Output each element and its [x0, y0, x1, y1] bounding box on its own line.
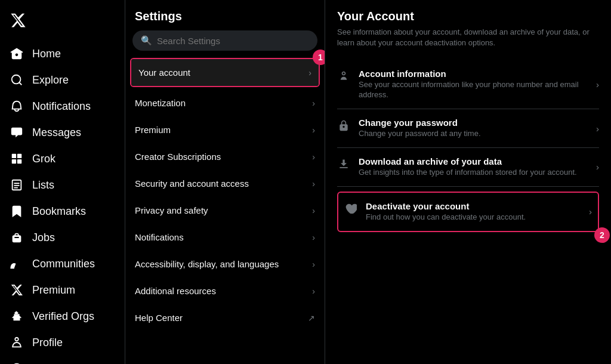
svg-rect-1 — [12, 154, 16, 158]
search-icon: 🔍 — [141, 35, 152, 46]
download-archive-chevron: › — [596, 162, 599, 172]
communities-icon — [10, 257, 24, 271]
download-archive-desc: Get insights into the type of informatio… — [359, 168, 577, 178]
premium-icon — [10, 283, 24, 297]
deactivate-border: Deactivate your account Find out how you… — [337, 192, 599, 232]
settings-item-your-account-label: Your account — [138, 67, 190, 78]
arrow-ext-icon-help: ↗ — [308, 313, 315, 323]
settings-item-monetization[interactable]: Monetization › — [125, 90, 325, 116]
sidebar-item-premium[interactable]: Premium — [0, 277, 125, 303]
content-panel: Your Account See information about your … — [325, 0, 611, 364]
sidebar-item-home[interactable]: Home — [0, 41, 125, 67]
sidebar-item-grok[interactable]: Grok — [0, 146, 125, 172]
chevron-icon-premium: › — [312, 125, 315, 135]
sidebar-item-more[interactable]: More — [0, 356, 125, 364]
deactivate-wrapper: Deactivate your account Find out how you… — [337, 187, 599, 232]
settings-item-help-label: Help Center — [135, 313, 183, 323]
sidebar-item-verified-orgs[interactable]: Verified Orgs — [0, 303, 125, 329]
download-archive-title: Download an archive of your data — [359, 156, 577, 166]
content-item-change-password[interactable]: Change your password Change your passwor… — [337, 109, 599, 148]
settings-item-notifications[interactable]: Notifications › — [125, 224, 325, 251]
content-item-deactivate[interactable]: Deactivate your account Find out how you… — [338, 193, 598, 231]
settings-item-help[interactable]: Help Center ↗ — [125, 304, 325, 331]
x-logo-icon — [10, 12, 26, 29]
profile-icon — [10, 335, 24, 350]
svg-rect-4 — [17, 159, 21, 164]
sidebar-label-explore: Explore — [32, 74, 69, 87]
account-info-desc: See your account information like your p… — [359, 80, 596, 100]
sidebar-item-explore[interactable]: Explore — [0, 67, 125, 93]
content-item-change-password-left: Change your password Change your passwor… — [337, 118, 596, 139]
settings-title: Settings — [125, 0, 325, 30]
search-box[interactable]: 🔍 — [132, 30, 317, 51]
svg-rect-3 — [12, 159, 16, 164]
settings-item-monetization-label: Monetization — [135, 98, 186, 108]
settings-item-accessibility[interactable]: Accessibility, display, and languages › — [125, 251, 325, 277]
sidebar-label-jobs: Jobs — [32, 232, 55, 244]
sidebar-item-notifications[interactable]: Notifications — [0, 93, 125, 119]
deactivate-chevron: › — [589, 206, 592, 217]
grok-icon — [10, 152, 24, 166]
sidebar-item-lists[interactable]: Lists — [0, 172, 125, 198]
settings-item-premium[interactable]: Premium › — [125, 116, 325, 143]
settings-item-additional[interactable]: Additional resources › — [125, 277, 325, 304]
change-password-icon — [337, 119, 350, 132]
sidebar-item-bookmarks[interactable]: Bookmarks — [0, 198, 125, 224]
settings-panel: Settings 🔍 Your account › 1 Monetization… — [125, 0, 325, 364]
annotation-badge-2: 2 — [594, 227, 610, 243]
settings-item-premium-label: Premium — [135, 125, 171, 135]
deactivate-text: Deactivate your account Find out how you… — [366, 201, 526, 223]
svg-rect-2 — [17, 154, 21, 158]
sidebar-label-verified-orgs: Verified Orgs — [32, 310, 94, 323]
change-password-title: Change your password — [359, 118, 481, 128]
chevron-icon-additional: › — [312, 286, 315, 296]
content-item-account-info[interactable]: Account information See your account inf… — [337, 60, 599, 109]
sidebar-label-home: Home — [32, 48, 61, 60]
sidebar-label-notifications: Notifications — [32, 100, 91, 113]
annotation-badge-1: 1 — [313, 50, 325, 65]
settings-item-privacy-label: Privacy and safety — [135, 205, 208, 215]
notifications-icon — [10, 99, 24, 113]
chevron-icon-notifications: › — [312, 233, 315, 242]
settings-item-security[interactable]: Security and account access › — [125, 170, 325, 197]
sidebar-item-jobs[interactable]: Jobs — [0, 224, 125, 251]
lists-icon — [10, 178, 24, 192]
sidebar-label-grok: Grok — [32, 153, 55, 165]
content-item-download-archive[interactable]: Download an archive of your data Get ins… — [337, 148, 599, 187]
download-archive-text: Download an archive of your data Get ins… — [359, 156, 577, 178]
account-info-chevron: › — [596, 79, 599, 90]
verified-orgs-icon — [10, 309, 24, 323]
content-subtitle: See information about your account, down… — [337, 27, 599, 48]
sidebar-label-lists: Lists — [32, 179, 54, 192]
content-item-deactivate-left: Deactivate your account Find out how you… — [344, 201, 589, 223]
your-account-wrapper: Your account › 1 — [130, 58, 320, 87]
chevron-icon-security: › — [312, 179, 315, 189]
chevron-icon-monetization: › — [312, 98, 315, 108]
settings-item-notifications-label: Notifications — [135, 232, 184, 242]
sidebar-item-communities[interactable]: Communities — [0, 251, 125, 277]
sidebar-label-bookmarks: Bookmarks — [32, 205, 86, 218]
home-icon — [10, 47, 24, 61]
sidebar-item-messages[interactable]: Messages — [0, 119, 125, 146]
settings-item-creator-subscriptions-label: Creator Subscriptions — [135, 152, 221, 162]
settings-item-security-label: Security and account access — [135, 178, 249, 189]
sidebar-item-profile[interactable]: Profile — [0, 329, 125, 356]
change-password-text: Change your password Change your passwor… — [359, 118, 481, 139]
account-info-icon — [337, 70, 350, 83]
settings-item-creator-subscriptions[interactable]: Creator Subscriptions › — [125, 143, 325, 170]
x-logo[interactable] — [0, 6, 125, 41]
settings-item-privacy[interactable]: Privacy and safety › — [125, 197, 325, 224]
sidebar-label-communities: Communities — [32, 258, 95, 270]
settings-item-additional-label: Additional resources — [135, 286, 216, 296]
settings-item-accessibility-label: Accessibility, display, and languages — [135, 259, 279, 269]
messages-icon — [10, 125, 24, 140]
settings-item-your-account[interactable]: Your account › — [131, 59, 319, 86]
search-input[interactable] — [157, 36, 309, 46]
more-icon — [10, 362, 24, 364]
jobs-icon — [10, 230, 24, 245]
download-archive-icon — [337, 158, 350, 171]
change-password-chevron: › — [596, 124, 599, 134]
sidebar-label-profile: Profile — [32, 337, 63, 349]
chevron-icon-your-account: › — [308, 68, 311, 78]
sidebar: Home Explore Notifications Messages Grok… — [0, 0, 125, 364]
